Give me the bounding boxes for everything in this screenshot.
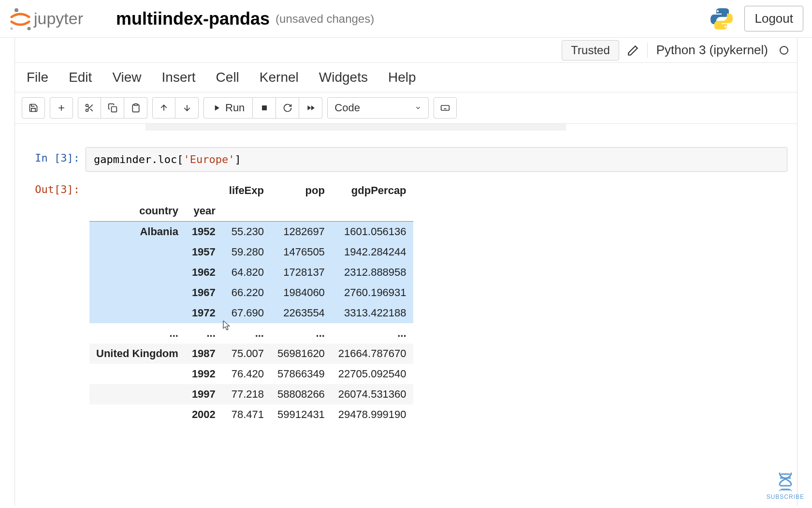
keyboard-icon [440,103,450,113]
menu-file[interactable]: File [27,70,48,85]
cell-lifeexp: ... [222,323,271,344]
edit-icon[interactable] [627,44,639,57]
idx-year: year [185,201,222,222]
svg-point-6 [86,105,88,107]
chevron-down-icon [415,105,421,111]
table-row: 2002 78.471 59912431 29478.999190 [89,404,413,425]
python-icon [710,7,734,31]
subscribe-label: SUBSCRIBE [767,493,804,500]
menu-widgets[interactable]: Widgets [319,70,368,85]
celltype-select[interactable]: Code [327,97,429,119]
plus-icon [57,103,66,113]
code-cell[interactable]: In [3]: gapminder.loc['Europe'] Out[3]: … [15,147,797,425]
stop-icon [260,103,269,113]
logout-button[interactable]: Logout [744,6,803,31]
notebook-area[interactable]: In [3]: gapminder.loc['Europe'] Out[3]: … [14,124,798,506]
insert-cell-button[interactable] [50,97,73,119]
run-label: Run [225,102,245,114]
cut-button[interactable] [78,97,101,119]
cell-year: 1957 [185,242,222,262]
toolbar: Run Code [15,92,797,124]
restart-run-all-button[interactable] [299,97,322,119]
menu-cell[interactable]: Cell [216,70,239,85]
restart-button[interactable] [276,97,299,119]
table-row: United Kingdom 1987 75.007 56981620 2166… [89,344,413,364]
paste-button[interactable] [124,97,147,119]
cell-lifeexp: 67.690 [222,303,271,323]
table-row: 1972 67.690 2263554 3313.422188 [89,303,413,323]
arrow-up-icon [159,103,169,113]
cell-gdp: 21664.787670 [332,344,413,364]
col-pop: pop [271,180,332,201]
copy-icon [108,103,117,113]
cell-pop: ... [271,323,332,344]
table-row: 1967 66.220 1984060 2760.196931 [89,283,413,303]
kernel-name[interactable]: Python 3 (ipykernel) [647,43,772,58]
cell-country [89,364,185,384]
notebook-title[interactable]: multiindex-pandas [116,9,270,29]
cell-country [89,404,185,425]
cell-year: 1987 [185,344,222,364]
code-post: ] [234,153,241,165]
cell-lifeexp: 59.280 [222,242,271,262]
cell-gdp: 2760.196931 [332,283,413,303]
table-row: 1992 76.420 57866349 22705.092540 [89,364,413,384]
cell-gdp: 26074.531360 [332,384,413,404]
interrupt-button[interactable] [253,97,276,119]
cell-pop: 1984060 [271,283,332,303]
arrow-down-icon [182,103,192,113]
trust-bar: Trusted Python 3 (ipykernel) [15,38,797,63]
run-button[interactable]: Run [203,97,253,119]
move-up-button[interactable] [152,97,175,119]
trusted-button[interactable]: Trusted [562,40,619,60]
cell-gdp: 1942.284244 [332,242,413,262]
cell-gdp: 3313.422188 [332,303,413,323]
play-icon [212,103,221,113]
notebook-save-status: (unsaved changes) [276,12,374,26]
save-icon [29,103,38,113]
output-area: lifeExp pop gdpPercap country year Alban… [86,179,787,425]
menu-insert[interactable]: Insert [162,70,196,85]
menubar: File Edit View Insert Cell Kernel Widget… [15,63,797,92]
move-down-button[interactable] [175,97,199,119]
cell-year: 1967 [185,283,222,303]
cell-gdp: 1601.056136 [332,222,413,242]
menu-kernel[interactable]: Kernel [260,70,299,85]
menu-edit[interactable]: Edit [69,70,92,85]
jupyter-logo[interactable]: jupyter [9,6,105,31]
cut-icon [85,103,94,113]
svg-rect-11 [441,105,450,110]
cell-year: 1952 [185,222,222,242]
col-lifeexp: lifeExp [222,180,271,201]
svg-point-2 [11,27,13,30]
svg-rect-8 [111,107,116,112]
table-row: Albania 1952 55.230 1282697 1601.056136 [89,222,413,242]
cell-lifeexp: 76.420 [222,364,271,384]
cell-year: 1997 [185,384,222,404]
cell-year: 1992 [185,364,222,384]
menu-view[interactable]: View [112,70,141,85]
cell-country [89,303,185,323]
code-pre: gapminder.loc[ [94,153,183,165]
code-input[interactable]: gapminder.loc['Europe'] [86,147,787,172]
menu-help[interactable]: Help [388,70,416,85]
table-row: 1962 64.820 1728137 2312.888958 [89,262,413,283]
cell-lifeexp: 78.471 [222,404,271,425]
svg-text:jupyter: jupyter [33,9,83,28]
cell-year: 1972 [185,303,222,323]
cell-year: 2002 [185,404,222,425]
cell-pop: 2263554 [271,303,332,323]
subscribe-badge[interactable]: SUBSCRIBE [767,470,804,500]
save-button[interactable] [22,97,45,119]
command-palette-button[interactable] [434,97,457,119]
svg-point-5 [725,26,726,28]
kernel-status-indicator [780,46,788,55]
copy-button[interactable] [101,97,124,119]
svg-point-1 [28,27,31,30]
cell-year: 1962 [185,262,222,283]
header-bar: jupyter multiindex-pandas (unsaved chang… [0,0,812,38]
cell-lifeexp: 55.230 [222,222,271,242]
code-string: 'Europe' [183,153,234,165]
cell-pop: 1728137 [271,262,332,283]
cell-country [89,242,185,262]
